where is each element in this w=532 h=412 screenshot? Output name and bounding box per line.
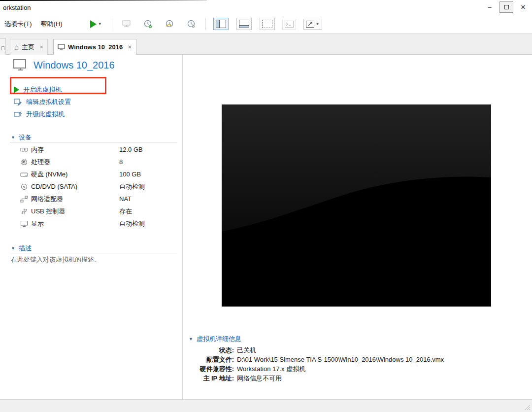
section-divider — [10, 253, 177, 253]
device-row-display[interactable]: 显示 自动检测 — [0, 217, 183, 230]
display-icon — [20, 220, 28, 227]
vm-summary-panel: Windows 10_2016 开启此虚拟机 编辑虚拟机设置 升级此虚 — [0, 55, 183, 399]
tab-home[interactable]: ⌂ 主页 ✕ — [10, 39, 48, 55]
collapse-triangle-icon: ▼ — [11, 135, 15, 140]
menu-help[interactable]: 帮助(H) — [36, 17, 67, 31]
device-row-network-adapter[interactable]: 网络适配器 NAT — [0, 193, 183, 205]
view-layout-group — [213, 18, 275, 30]
chevron-down-icon: ▼ — [316, 22, 320, 26]
device-name: 网络适配器 — [31, 195, 63, 204]
send-ctrl-alt-del-button[interactable] — [120, 18, 133, 30]
maximize-button[interactable] — [499, 1, 513, 13]
toolbar: ▼ — [88, 18, 322, 31]
device-name: 硬盘 (NVMe) — [31, 170, 67, 179]
status-bar — [0, 399, 532, 412]
detail-label: 硬件兼容性: — [189, 364, 234, 374]
edit-settings-icon — [14, 98, 22, 106]
description-header-label: 描述 — [19, 244, 32, 253]
vm-actions: 开启此虚拟机 编辑虚拟机设置 升级此虚拟机 — [14, 83, 71, 120]
take-snapshot-icon — [143, 20, 152, 29]
description-section-header[interactable]: ▼ 描述 — [11, 244, 32, 253]
tab-home-label: 主页 — [22, 43, 34, 52]
console-button[interactable] — [282, 19, 296, 30]
detail-label: 配置文件: — [189, 355, 234, 364]
devices-list: 内存 12.0 GB 处理器 8 硬盘 (NVMe) 100 GB CD/DVD… — [0, 143, 183, 230]
vm-monitor-icon — [58, 44, 65, 50]
resize-grip[interactable] — [524, 404, 531, 411]
minimize-button[interactable]: – — [483, 1, 497, 13]
console-view-toggle-button[interactable] — [260, 18, 275, 30]
home-icon: ⌂ — [14, 43, 19, 51]
play-icon — [14, 86, 19, 93]
vm-console-thumbnail[interactable] — [222, 104, 491, 307]
collapse-triangle-icon: ▼ — [11, 246, 15, 251]
section-divider — [10, 142, 177, 142]
devices-header-label: 设备 — [19, 133, 32, 142]
device-row-cd-dvd[interactable]: CD/DVD (SATA) 自动检测 — [0, 180, 183, 193]
detail-row-hardware-compat: 硬件兼容性: Workstation 17.x 虚拟机 — [189, 364, 444, 374]
fullscreen-button[interactable]: ▼ — [303, 19, 322, 30]
thumbnail-bar-toggle-button[interactable] — [236, 18, 252, 30]
detail-value: 网络信息不可用 — [237, 374, 282, 383]
tab-vm-label: Windows 10_2016 — [68, 43, 123, 51]
close-button[interactable]: ✕ — [516, 1, 530, 13]
vm-details-header-label: 虚拟机详细信息 — [197, 335, 241, 343]
device-row-processors[interactable]: 处理器 8 — [0, 156, 183, 168]
vm-preview-panel: ▼ 虚拟机详细信息 状态: 已关机 配置文件: D:\01 Work\15 Si… — [183, 55, 532, 399]
tab-strip: ⌂ 主页 ✕ Windows 10_2016 ✕ — [0, 34, 532, 55]
network-adapter-icon — [20, 196, 28, 203]
device-name: 内存 — [31, 145, 44, 154]
device-name: 显示 — [31, 219, 44, 228]
vm-details-list: 状态: 已关机 配置文件: D:\01 Work\15 Simense TIA … — [189, 345, 444, 383]
device-value: 8 — [119, 158, 123, 166]
device-value: 100 GB — [119, 171, 141, 178]
vm-title-monitor-icon — [13, 59, 28, 71]
take-snapshot-button[interactable] — [141, 18, 155, 31]
thumbnail-bar-icon — [239, 20, 249, 28]
page-title: Windows 10_2016 — [33, 60, 115, 71]
device-row-usb-controller[interactable]: USB 控制器 存在 — [0, 205, 183, 217]
detail-value: Workstation 17.x 虚拟机 — [237, 364, 305, 374]
tab-vm-close-icon[interactable]: ✕ — [128, 44, 132, 50]
power-on-vm-link[interactable]: 开启此虚拟机 — [14, 83, 71, 96]
device-value: 自动检测 — [119, 219, 145, 228]
upgrade-vm-icon — [14, 110, 22, 118]
collapse-triangle-icon: ▼ — [189, 337, 193, 342]
window-controls: – ✕ — [483, 1, 530, 13]
console-view-icon — [262, 20, 272, 28]
usb-controller-icon — [20, 208, 28, 215]
chevron-down-icon: ▼ — [98, 22, 102, 26]
ctrl-alt-del-icon — [122, 20, 131, 28]
upgrade-vm-link[interactable]: 升级此虚拟机 — [14, 108, 71, 120]
device-value: 12.0 GB — [119, 146, 143, 153]
menu-tabs[interactable]: 选项卡(T) — [0, 17, 36, 31]
snapshot-manager-button[interactable] — [184, 18, 198, 31]
detail-row-primary-ip: 主 IP 地址: 网络信息不可用 — [189, 374, 444, 383]
library-tab-icon — [1, 46, 4, 50]
detail-label: 状态: — [189, 345, 234, 355]
devices-section-header[interactable]: ▼ 设备 — [11, 133, 32, 142]
cpu-icon — [20, 159, 28, 166]
fullscreen-icon — [306, 21, 314, 28]
tab-home-close-icon[interactable]: ✕ — [39, 44, 43, 50]
revert-snapshot-button[interactable] — [163, 18, 176, 31]
edit-vm-settings-link[interactable]: 编辑虚拟机设置 — [14, 96, 71, 108]
device-value: 存在 — [119, 207, 132, 216]
toolbar-separator — [112, 18, 112, 30]
device-row-hard-disk[interactable]: 硬盘 (NVMe) 100 GB — [0, 168, 183, 180]
terminal-icon — [285, 21, 294, 28]
description-placeholder-text[interactable]: 在此处键入对该虚拟机的描述。 — [11, 255, 100, 264]
library-panel-icon — [216, 20, 226, 28]
snapshot-group — [141, 18, 198, 31]
title-bar: orkstation – ✕ — [0, 0, 532, 15]
cd-dvd-icon — [20, 183, 28, 190]
vm-header: Windows 10_2016 — [13, 59, 115, 71]
vm-details-section-header[interactable]: ▼ 虚拟机详细信息 — [189, 335, 241, 343]
device-row-memory[interactable]: 内存 12.0 GB — [0, 143, 183, 156]
maximize-icon — [504, 5, 509, 9]
device-value: NAT — [119, 195, 132, 203]
tab-vm[interactable]: Windows 10_2016 ✕ — [53, 39, 136, 55]
power-on-toolbar-button[interactable]: ▼ — [88, 18, 104, 30]
power-on-label: 开启此虚拟机 — [23, 85, 62, 94]
library-panel-toggle-button[interactable] — [213, 18, 229, 30]
